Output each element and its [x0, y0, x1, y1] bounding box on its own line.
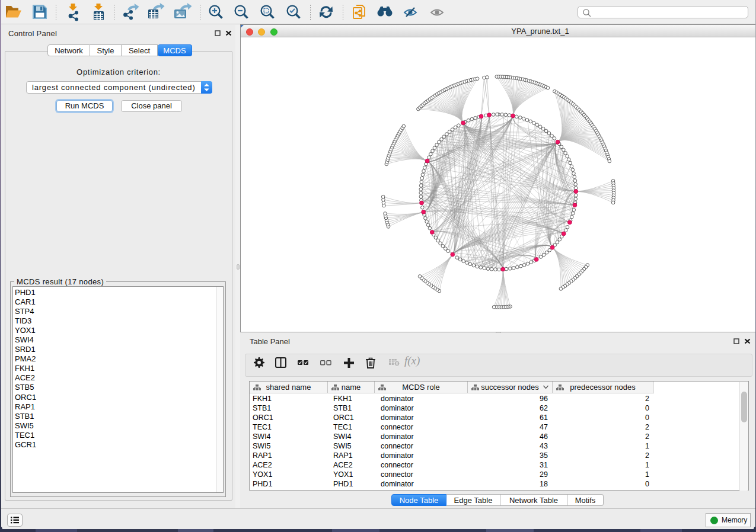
svg-text:f(x): f(x): [404, 354, 420, 367]
